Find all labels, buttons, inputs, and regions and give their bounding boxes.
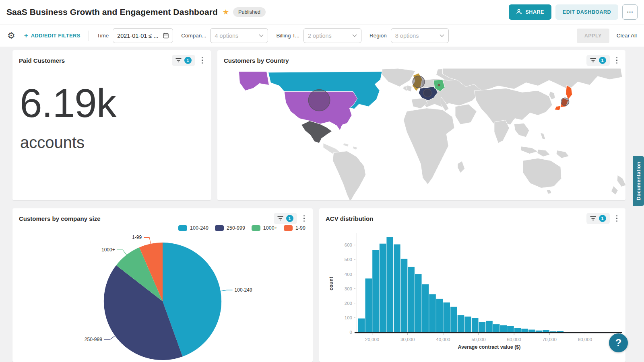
- histogram-bar[interactable]: [514, 328, 521, 332]
- histogram-chart[interactable]: 010020030040050060020,00030,00040,00050,…: [319, 226, 625, 362]
- funnel-filter-icon: [277, 216, 283, 221]
- filter-settings-gear-icon[interactable]: ⚙: [7, 31, 15, 41]
- legend-label: 100-249: [190, 225, 208, 231]
- widget-paid-customers: Paid Customers 1 6.19k accounts: [12, 50, 211, 200]
- legend-label: 1000+: [263, 225, 277, 231]
- widget-title: Customers by Country: [224, 57, 289, 64]
- map-bubble-japan[interactable]: [561, 98, 569, 106]
- histogram-bar[interactable]: [458, 315, 464, 332]
- histogram-bar[interactable]: [472, 318, 479, 332]
- histogram-bar[interactable]: [500, 325, 507, 332]
- histogram-bar[interactable]: [443, 302, 450, 332]
- filter-label-company: Compan...: [181, 33, 206, 39]
- histogram-bar[interactable]: [528, 330, 535, 333]
- histogram-bar[interactable]: [543, 330, 549, 332]
- histogram-bar[interactable]: [415, 274, 422, 333]
- widget-customers-by-country: Customers by Country 1: [217, 50, 625, 200]
- histogram-bar[interactable]: [479, 322, 486, 332]
- map-country-mexico[interactable]: [301, 121, 332, 143]
- histogram-bar[interactable]: [401, 259, 408, 332]
- histogram-bar[interactable]: [394, 245, 400, 333]
- widget-acv-distribution: ACV distribution 1 010020030040050060020…: [319, 208, 625, 362]
- map-bubble-uk[interactable]: [413, 76, 425, 88]
- favorite-star-icon[interactable]: ★: [223, 8, 229, 16]
- billing-filter-select[interactable]: 2 options: [303, 28, 361, 43]
- widget-menu-kebab-icon[interactable]: [614, 56, 620, 66]
- histogram-bar[interactable]: [450, 307, 457, 332]
- y-tick-label: 100: [345, 315, 352, 320]
- map-bubble-usa[interactable]: [308, 89, 330, 111]
- histogram-bar[interactable]: [436, 299, 443, 332]
- histogram-bar[interactable]: [365, 278, 372, 332]
- apply-button[interactable]: APPLY: [577, 29, 609, 43]
- histogram-bar[interactable]: [550, 331, 557, 332]
- histogram-bar[interactable]: [358, 319, 365, 332]
- legend-swatch: [252, 225, 260, 231]
- pie-callout-line: [104, 335, 116, 340]
- pie-chart[interactable]: 100-249250-9991000+1-99: [12, 226, 313, 362]
- histogram-bar[interactable]: [507, 326, 514, 332]
- filter-count-badge: 1: [599, 57, 606, 64]
- map-bubble-france[interactable]: [423, 89, 431, 97]
- widget-filter-chip[interactable]: 1: [274, 213, 297, 224]
- map-india: [494, 120, 510, 143]
- histogram-bar[interactable]: [536, 331, 543, 332]
- region-filter-select[interactable]: 8 options: [391, 28, 449, 43]
- chevron-down-icon: [440, 34, 444, 37]
- map-australia: [523, 158, 561, 188]
- legend-item[interactable]: 100-249: [178, 225, 208, 231]
- map-greenland: [382, 68, 415, 86]
- filter-count-badge: 1: [286, 215, 293, 222]
- map-middle-east: [455, 104, 477, 124]
- clear-all-button[interactable]: Clear All: [617, 33, 637, 39]
- map-country-japan[interactable]: [555, 85, 572, 110]
- histogram-bar[interactable]: [521, 329, 528, 332]
- histogram-bar[interactable]: [486, 321, 493, 332]
- histogram-bar[interactable]: [408, 267, 415, 333]
- widget-title: Paid Customers: [19, 57, 65, 64]
- metric-value: 6.19k: [20, 83, 211, 123]
- histogram-bar[interactable]: [464, 317, 471, 332]
- time-filter-input[interactable]: 2021-01-01 ≤ ...: [113, 28, 173, 43]
- widget-filter-chip[interactable]: 1: [586, 55, 610, 66]
- legend-swatch: [284, 225, 293, 231]
- histogram-bar[interactable]: [557, 331, 564, 332]
- pie-callout-line: [220, 290, 233, 291]
- share-button[interactable]: SHARE: [509, 4, 551, 20]
- edit-dashboard-button[interactable]: EDIT DASHBOARD: [555, 4, 618, 20]
- y-tick-label: 200: [345, 301, 352, 306]
- histogram-bar[interactable]: [372, 250, 379, 332]
- company-filter-select[interactable]: 4 options: [210, 28, 268, 43]
- metric-unit: accounts: [20, 134, 211, 152]
- widget-menu-kebab-icon[interactable]: [199, 56, 206, 66]
- map-country-alaska[interactable]: [239, 72, 269, 90]
- histogram-bar[interactable]: [380, 244, 386, 332]
- widget-filter-chip[interactable]: 1: [172, 55, 195, 66]
- help-button[interactable]: ?: [609, 333, 628, 352]
- y-axis-title: count: [328, 276, 334, 290]
- documentation-tab[interactable]: Documentation: [633, 156, 644, 206]
- widget-menu-kebab-icon[interactable]: [301, 214, 308, 224]
- add-edit-filters-button[interactable]: + ADD/EDIT FILTERS: [24, 32, 80, 40]
- x-tick-label: 20,000: [365, 337, 379, 342]
- histogram-bar[interactable]: [429, 294, 436, 332]
- legend-item[interactable]: 1-99: [284, 225, 305, 231]
- plus-icon: +: [24, 32, 28, 40]
- widget-title: Customers by company size: [19, 215, 101, 222]
- widget-filter-chip[interactable]: 1: [586, 213, 610, 224]
- legend-item[interactable]: 250-999: [215, 225, 245, 231]
- world-map-chart[interactable]: [217, 68, 625, 200]
- map-south-america: [333, 151, 366, 200]
- filter-group-region: Region 8 options: [369, 28, 449, 43]
- histogram-bar[interactable]: [386, 237, 393, 332]
- histogram-bar[interactable]: [493, 324, 500, 332]
- map-iberia: [411, 98, 427, 109]
- legend-item[interactable]: 1000+: [252, 225, 277, 231]
- dashboard-header: SaaS Business Growth and Engagement Dash…: [0, 0, 644, 24]
- map-bubble-germany[interactable]: [438, 84, 440, 86]
- dashboard-app: SaaS Business Growth and Engagement Dash…: [0, 0, 644, 362]
- histogram-bar[interactable]: [422, 284, 429, 332]
- map-new-zealand: [611, 175, 625, 195]
- more-options-button[interactable]: ⋯: [622, 4, 638, 20]
- widget-menu-kebab-icon[interactable]: [614, 214, 620, 224]
